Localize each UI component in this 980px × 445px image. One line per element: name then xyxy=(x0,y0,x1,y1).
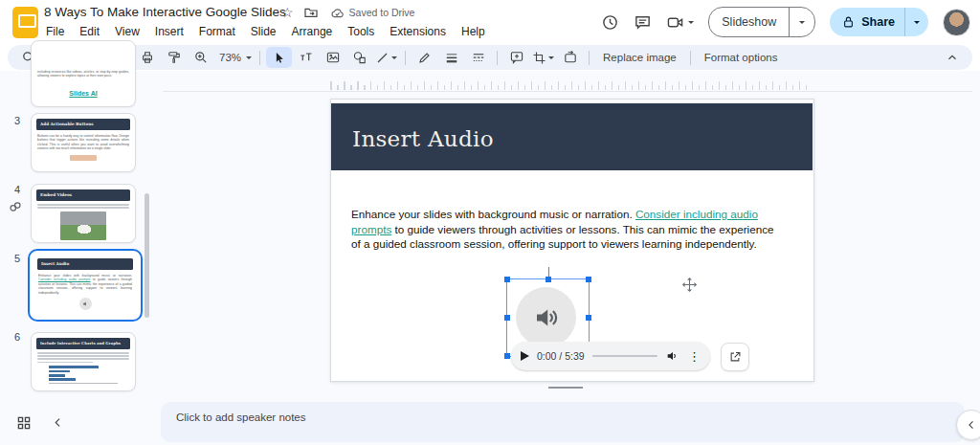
resize-handle-sw[interactable] xyxy=(504,353,510,359)
menu-file[interactable]: File xyxy=(38,23,72,41)
format-options-button[interactable]: Format options xyxy=(697,52,786,63)
menu-insert[interactable]: Insert xyxy=(147,23,191,41)
grid-view-button[interactable] xyxy=(16,415,32,431)
save-status-label: Saved to Drive xyxy=(349,7,415,18)
meet-button[interactable] xyxy=(666,14,694,31)
slide-title-text[interactable]: Insert Audio xyxy=(352,126,494,151)
menu-bar: File Edit View Insert Format Slide Arran… xyxy=(38,23,493,41)
border-dash-icon xyxy=(471,51,486,65)
slide-5-speaker-shape xyxy=(79,298,92,310)
border-dash-button[interactable] xyxy=(465,47,491,68)
slide-3-number: 3 xyxy=(9,115,26,126)
slide-5-number: 5 xyxy=(9,253,26,264)
slides-logo-icon[interactable] xyxy=(12,7,38,38)
bottom-bar: Click to add speaker notes xyxy=(0,401,980,445)
meet-dropdown-caret xyxy=(688,21,694,27)
slide-5-body: Enhance your slides with background musi… xyxy=(38,274,132,295)
collapse-filmstrip-button[interactable] xyxy=(52,416,64,429)
crop-caret xyxy=(548,56,554,62)
replace-image-button-text[interactable]: Replace image xyxy=(595,52,684,63)
show-side-panel-button[interactable] xyxy=(956,410,980,440)
menu-tools[interactable]: Tools xyxy=(340,23,382,41)
resize-handle-n[interactable] xyxy=(546,277,551,282)
zoom-level-caret xyxy=(246,56,252,62)
speaker-notes-placeholder: Click to add speaker notes xyxy=(176,412,306,423)
add-comment-button[interactable] xyxy=(503,47,529,68)
insert-image-button[interactable] xyxy=(320,47,345,68)
open-in-new-icon xyxy=(728,350,742,364)
save-status[interactable]: Saved to Drive xyxy=(330,7,415,19)
menu-view[interactable]: View xyxy=(107,23,147,41)
toolbar: ↶ ↷ 73% xyxy=(8,45,972,70)
chevron-up-icon xyxy=(946,51,959,64)
move-folder-icon[interactable] xyxy=(303,5,319,20)
pen-icon xyxy=(417,51,432,65)
replace-image-icon xyxy=(563,50,578,65)
slide-5-thumbnail-selected[interactable]: Insert Audio Enhance your slides with ba… xyxy=(28,249,143,322)
seek-bar[interactable] xyxy=(592,355,657,357)
slide-3-title: Add Actionable Buttons xyxy=(36,119,130,130)
reset-image-button[interactable] xyxy=(557,47,583,68)
menu-format[interactable]: Format xyxy=(191,23,243,41)
menu-extensions[interactable]: Extensions xyxy=(382,23,454,41)
slide-4-thumbnail[interactable]: Embed Videos xyxy=(31,184,136,243)
slide-6-thumbnail[interactable]: Include Interactive Charts and Graphs xyxy=(31,332,136,391)
zoom-button[interactable] xyxy=(188,47,213,68)
account-avatar[interactable] xyxy=(943,9,970,36)
document-title[interactable]: 8 Ways To Make Interactive Google Slides xyxy=(44,5,286,19)
top-bar: 8 Ways To Make Interactive Google Slides… xyxy=(0,0,980,44)
print-button[interactable] xyxy=(134,47,160,68)
border-color-button[interactable] xyxy=(412,47,437,68)
open-in-new-button[interactable] xyxy=(721,343,749,371)
zoom-level-value: 73% xyxy=(216,52,244,63)
select-tool-button[interactable] xyxy=(266,47,292,68)
slide-5-title: Insert Audio xyxy=(37,258,133,270)
slide-3-button-shape xyxy=(70,155,97,161)
resize-handle-w[interactable] xyxy=(504,315,510,321)
insert-line-button[interactable] xyxy=(373,47,399,68)
notes-resize-handle[interactable] xyxy=(548,387,583,389)
menu-slide[interactable]: Slide xyxy=(243,23,284,41)
lock-icon xyxy=(842,15,855,29)
slideshow-button[interactable]: Slideshow xyxy=(708,7,815,37)
move-cursor-icon xyxy=(681,277,698,293)
slide-3-thumbnail[interactable]: Add Actionable Buttons Buttons can be a … xyxy=(31,113,136,172)
menu-help[interactable]: Help xyxy=(454,23,493,41)
speaker-notes-area[interactable]: Click to add speaker notes xyxy=(161,402,965,442)
comments-icon[interactable] xyxy=(634,13,652,32)
menu-arrange[interactable]: Arrange xyxy=(284,23,341,41)
add-comment-icon xyxy=(509,50,524,65)
resize-handle-e[interactable] xyxy=(586,315,591,321)
version-history-icon[interactable] xyxy=(601,13,619,32)
resize-handle-ne[interactable] xyxy=(586,277,591,282)
share-button[interactable]: Share xyxy=(830,8,928,36)
slideshow-dropdown[interactable] xyxy=(790,17,814,27)
slide-body-text[interactable]: Enhance your slides with background musi… xyxy=(351,207,784,252)
crop-button[interactable] xyxy=(530,47,556,68)
select-arrow-icon xyxy=(272,51,286,65)
slideshow-label: Slideshow xyxy=(709,15,789,29)
zoom-level-select[interactable]: 73% xyxy=(214,47,254,68)
slide-2-thumbnail[interactable]: including resources like videos, article… xyxy=(31,40,136,107)
insert-shape-button[interactable] xyxy=(346,47,372,68)
current-slide[interactable]: Insert Audio Enhance your slides with ba… xyxy=(330,99,814,382)
resize-handle-nw[interactable] xyxy=(504,277,510,282)
player-overflow-menu[interactable]: ⋮ xyxy=(688,350,701,363)
crop-icon xyxy=(532,51,546,65)
play-button[interactable] xyxy=(521,351,529,361)
playback-time: 0:00 / 5:39 xyxy=(537,350,585,362)
slide-3-body: Buttons can be a handy way to control in… xyxy=(37,134,129,151)
menu-edit[interactable]: Edit xyxy=(72,23,107,41)
share-label: Share xyxy=(855,15,904,29)
border-weight-button[interactable] xyxy=(438,47,464,68)
hide-menus-button[interactable] xyxy=(939,47,965,68)
audio-player[interactable]: 0:00 / 5:39 ⋮ xyxy=(511,342,710,370)
filmstrip-scrollbar[interactable] xyxy=(145,193,149,318)
star-icon[interactable]: ☆ xyxy=(281,5,294,20)
volume-icon[interactable] xyxy=(665,348,680,364)
slide-title-band[interactable]: Insert Audio xyxy=(331,103,813,170)
audio-object[interactable] xyxy=(516,287,576,347)
text-box-button[interactable] xyxy=(293,47,319,68)
share-dropdown[interactable] xyxy=(905,17,928,27)
paint-format-button[interactable] xyxy=(161,47,187,68)
